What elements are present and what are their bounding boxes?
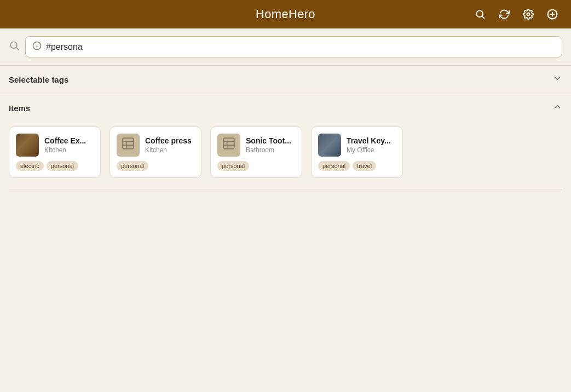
item-name: Coffee press: [145, 136, 194, 145]
item-header: Sonic Toot... Bathroom: [217, 134, 295, 157]
tag-personal: personal: [217, 161, 249, 171]
item-name: Coffee Ex...: [44, 136, 94, 145]
bottom-divider: [9, 189, 562, 189]
header-icon-group: [470, 4, 562, 24]
item-card-travel-key[interactable]: Travel Key... My Office personal travel: [311, 126, 403, 178]
item-header: Coffee Ex... Kitchen: [16, 134, 94, 157]
item-header: Coffee press Kitchen: [117, 134, 194, 157]
item-thumbnail: [217, 134, 240, 157]
item-tags: personal travel: [318, 161, 396, 171]
item-location: Kitchen: [44, 146, 94, 154]
app-title: HomeHero: [256, 7, 315, 21]
item-tags: electric personal: [16, 161, 94, 171]
search-bar-area: [0, 28, 571, 65]
thumb-placeholder-icon: [121, 136, 135, 154]
selectable-tags-title: Selectable tags: [9, 75, 68, 84]
item-location: Bathroom: [246, 146, 295, 154]
items-section: Items Coffee Ex... Kitchen: [0, 94, 571, 189]
search-header-button[interactable]: [470, 4, 490, 24]
item-name: Travel Key...: [347, 136, 396, 145]
item-tags: personal: [117, 161, 194, 171]
item-info: Coffee Ex... Kitchen: [44, 136, 94, 154]
svg-point-2: [527, 13, 530, 16]
info-icon: [32, 41, 42, 53]
selectable-tags-header[interactable]: Selectable tags: [0, 66, 571, 94]
svg-rect-15: [223, 138, 234, 149]
tag-electric: electric: [16, 161, 44, 171]
tag-personal: personal: [318, 161, 350, 171]
keys-thumb-img: [318, 134, 341, 157]
app-header: HomeHero: [0, 0, 571, 28]
search-input[interactable]: [46, 42, 555, 52]
item-header: Travel Key... My Office: [318, 134, 396, 157]
tag-personal: personal: [47, 161, 78, 171]
item-info: Coffee press Kitchen: [145, 136, 194, 154]
item-thumbnail: [318, 134, 341, 157]
items-section-header[interactable]: Items: [0, 94, 571, 122]
item-location: Kitchen: [145, 146, 194, 154]
item-card-sonic-toot[interactable]: Sonic Toot... Bathroom personal: [210, 126, 302, 178]
svg-line-1: [482, 16, 485, 19]
selectable-tags-section: Selectable tags: [0, 65, 571, 94]
item-card-coffee-press[interactable]: Coffee press Kitchen personal: [109, 126, 201, 178]
item-tags: personal: [217, 161, 295, 171]
svg-line-7: [16, 48, 19, 50]
item-info: Sonic Toot... Bathroom: [246, 136, 295, 154]
search-icon: [9, 40, 20, 54]
refresh-button[interactable]: [494, 4, 514, 24]
items-grid: Coffee Ex... Kitchen electric personal: [9, 126, 562, 178]
item-thumbnail: [16, 134, 39, 157]
add-button[interactable]: [543, 4, 562, 24]
item-info: Travel Key... My Office: [347, 136, 396, 154]
items-section-chevron: [552, 102, 562, 114]
item-thumbnail: [117, 134, 140, 157]
tag-travel: travel: [353, 161, 376, 171]
coffee-thumb-img: [16, 134, 39, 157]
settings-button[interactable]: [518, 4, 538, 24]
tag-personal: personal: [117, 161, 148, 171]
items-section-title: Items: [9, 103, 30, 113]
search-input-wrapper: [25, 36, 562, 57]
selectable-tags-chevron: [552, 73, 562, 86]
svg-rect-11: [123, 138, 134, 149]
thumb-placeholder-icon: [222, 136, 236, 154]
item-name: Sonic Toot...: [246, 136, 295, 145]
items-content: Coffee Ex... Kitchen electric personal: [0, 122, 571, 189]
item-location: My Office: [347, 146, 396, 154]
item-card-coffee-ex[interactable]: Coffee Ex... Kitchen electric personal: [9, 126, 101, 178]
